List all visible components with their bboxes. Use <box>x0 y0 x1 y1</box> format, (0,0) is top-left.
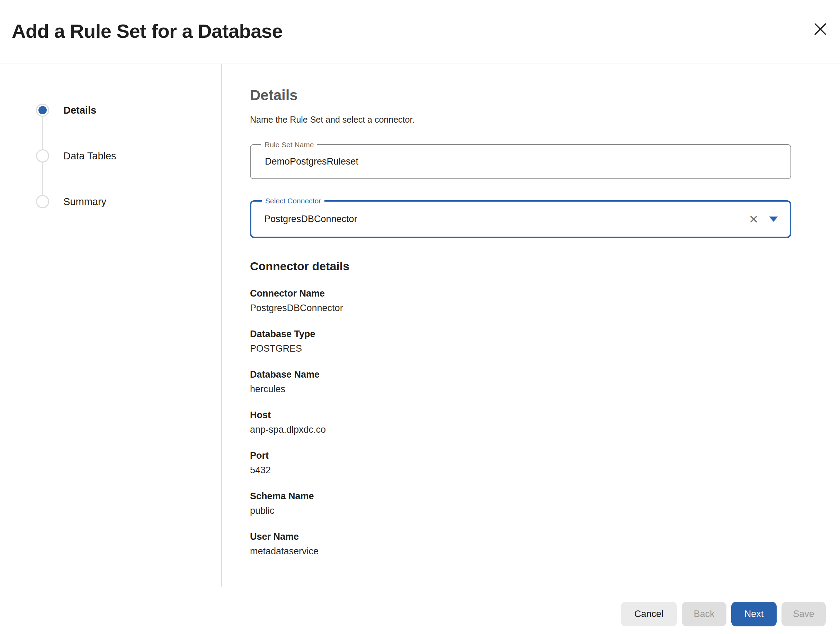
detail-value: 5432 <box>250 463 791 477</box>
page-title: Details <box>250 87 791 104</box>
detail-label: Database Name <box>250 367 791 382</box>
select-connector-value: PostgresDBConnector <box>251 214 749 225</box>
detail-value: hercules <box>250 382 791 396</box>
step-connector-line <box>42 117 43 149</box>
clear-selection-icon[interactable]: ✕ <box>749 213 759 225</box>
step-label: Summary <box>63 196 106 207</box>
step-empty-circle-icon <box>36 195 49 208</box>
rule-set-name-label: Rule Set Name <box>261 140 317 150</box>
connector-details-heading: Connector details <box>250 259 791 273</box>
stepper-item-details[interactable]: Details <box>36 104 96 117</box>
step-active-dot-icon <box>36 104 49 117</box>
detail-item-user-name: User Name metadataservice <box>250 530 791 558</box>
detail-label: Port <box>250 448 791 463</box>
connector-details-list: Connector Name PostgresDBConnector Datab… <box>250 286 791 558</box>
detail-label: Database Type <box>250 327 791 341</box>
next-button[interactable]: Next <box>731 602 777 626</box>
page-subtitle: Name the Rule Set and select a connector… <box>250 115 791 125</box>
step-label: Details <box>63 104 96 116</box>
detail-item-port: Port 5432 <box>250 448 791 477</box>
dialog-header: Add a Rule Set for a Database <box>0 0 840 63</box>
close-button[interactable] <box>811 20 830 39</box>
detail-item-host: Host anp-spa.dlpxdc.co <box>250 408 791 437</box>
detail-value: public <box>250 503 791 518</box>
cancel-button[interactable]: Cancel <box>621 602 677 626</box>
step-empty-circle-icon <box>36 149 49 163</box>
dialog-title: Add a Rule Set for a Database <box>12 20 283 42</box>
rule-set-name-field: Rule Set Name <box>250 144 791 179</box>
step-connector-line <box>42 163 43 195</box>
detail-label: Connector Name <box>250 286 791 301</box>
back-button[interactable]: Back <box>682 602 726 626</box>
vertical-divider <box>221 64 222 587</box>
detail-item-schema-name: Schema Name public <box>250 489 791 518</box>
save-button[interactable]: Save <box>782 602 826 626</box>
detail-label: User Name <box>250 530 791 544</box>
dialog-actions: Cancel Back Next Save <box>621 602 826 626</box>
details-step-panel: Details Name the Rule Set and select a c… <box>250 64 791 570</box>
select-connector-label: Select Connector <box>262 196 324 206</box>
wizard-stepper: Details Data Tables Summary <box>0 64 221 587</box>
detail-value: PostgresDBConnector <box>250 301 791 315</box>
caret-shape <box>769 217 778 222</box>
step-label: Data Tables <box>63 150 116 162</box>
select-connector-field[interactable]: Select Connector PostgresDBConnector ✕ <box>250 200 791 238</box>
stepper-item-data-tables[interactable]: Data Tables <box>36 149 116 163</box>
detail-item-database-type: Database Type POSTGRES <box>250 327 791 356</box>
dropdown-caret-icon[interactable] <box>769 217 778 222</box>
detail-item-database-name: Database Name hercules <box>250 367 791 396</box>
close-icon <box>813 22 827 37</box>
rule-set-name-input[interactable] <box>251 145 791 179</box>
detail-item-connector-name: Connector Name PostgresDBConnector <box>250 286 791 315</box>
detail-value: POSTGRES <box>250 341 791 356</box>
detail-value: anp-spa.dlpxdc.co <box>250 422 791 437</box>
detail-label: Schema Name <box>250 489 791 503</box>
stepper-item-summary[interactable]: Summary <box>36 195 106 208</box>
detail-value: metadataservice <box>250 544 791 558</box>
detail-label: Host <box>250 408 791 422</box>
